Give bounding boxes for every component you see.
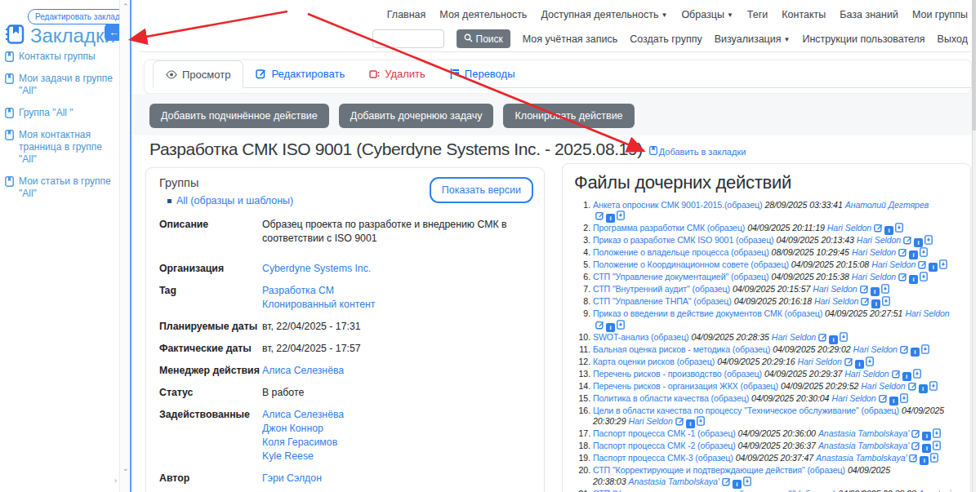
file-author-link[interactable]: Anastasia Tambolskaya' xyxy=(818,441,909,450)
group-link[interactable]: All (образцы и шаблоны) xyxy=(176,195,293,206)
field-value-link[interactable]: Cyberdyne Systems Inc. xyxy=(262,263,371,274)
file-info-icon[interactable]: i xyxy=(871,299,880,308)
tab-delete[interactable]: Удалить xyxy=(357,60,438,87)
search-input[interactable] xyxy=(372,29,444,48)
file-edit-icon[interactable] xyxy=(675,417,684,426)
file-author-link[interactable]: Hari Seldon xyxy=(813,284,857,294)
file-info-icon[interactable]: i xyxy=(733,480,742,489)
nav-link[interactable]: База знаний xyxy=(840,9,898,20)
file-download-icon[interactable] xyxy=(743,476,751,486)
nav-link[interactable]: Теги xyxy=(747,9,768,20)
file-link[interactable]: Паспорт процесса СМК -1 (образец) xyxy=(593,428,736,438)
file-author-link[interactable]: Hari Seldon xyxy=(857,235,901,245)
field-value-link[interactable]: Клонированный контент xyxy=(262,299,376,310)
file-link[interactable]: Приказ о разработке СМК ISO 9001 (образе… xyxy=(593,235,774,245)
file-author-link[interactable]: Anastasia Tambolskaya' xyxy=(816,453,906,463)
file-author-link[interactable]: Hari Seldon xyxy=(772,332,816,342)
field-value-link[interactable]: Алиса Селезнёва xyxy=(262,409,344,420)
file-info-icon[interactable]: i xyxy=(884,226,893,235)
file-info-icon[interactable]: i xyxy=(911,348,920,357)
file-download-icon[interactable] xyxy=(929,381,938,391)
action-button[interactable]: Добавить дочернюю задачу xyxy=(339,104,494,128)
nav-link[interactable]: Моя учётная запись xyxy=(523,33,617,45)
file-download-icon[interactable] xyxy=(617,320,625,330)
file-edit-icon[interactable] xyxy=(908,382,917,391)
file-author-link[interactable]: Hari Seldon xyxy=(871,259,915,269)
file-download-icon[interactable] xyxy=(895,223,903,233)
file-author-link[interactable]: Hari Seldon xyxy=(861,381,905,391)
nav-link[interactable]: Доступная деятельность▼ xyxy=(541,9,667,20)
file-link[interactable]: Положение о владельце процесса (образец) xyxy=(593,247,769,257)
file-author-link[interactable]: Hari Seldon xyxy=(905,308,949,318)
file-author-link[interactable]: Анатолий Дегтярев xyxy=(845,200,929,210)
sidebar-item[interactable]: Мои статьи в группе "All" xyxy=(5,175,118,200)
file-link[interactable]: Программа разработки СМК (образец) xyxy=(593,223,745,233)
tab-edit[interactable]: Редактировать xyxy=(243,60,357,87)
file-link[interactable]: Паспорт процесса СМК -2 (образец) xyxy=(593,441,736,450)
file-link[interactable]: Приказ о введении в действие документов … xyxy=(593,308,822,318)
file-download-icon[interactable] xyxy=(840,332,848,342)
page-scrollbar[interactable] xyxy=(972,0,976,492)
file-edit-icon[interactable] xyxy=(898,273,907,281)
file-info-icon[interactable]: i xyxy=(922,432,931,441)
file-link[interactable]: Паспорт процесса СМК-3 (образец) xyxy=(593,453,733,463)
file-edit-icon[interactable] xyxy=(818,333,827,342)
file-download-icon[interactable] xyxy=(900,393,908,403)
file-download-icon[interactable] xyxy=(913,369,921,379)
file-download-icon[interactable] xyxy=(617,211,625,220)
file-author-link[interactable]: Hari Seldon xyxy=(852,247,896,257)
file-edit-icon[interactable] xyxy=(900,345,909,354)
show-versions-button[interactable]: Показать версии xyxy=(430,177,533,203)
file-author-link[interactable]: Hari Seldon xyxy=(853,344,898,354)
file-link[interactable]: Перечень рисков - организация ЖКХ (образ… xyxy=(593,381,778,391)
file-info-icon[interactable]: i xyxy=(871,287,880,296)
file-download-icon[interactable] xyxy=(921,344,929,354)
file-link[interactable]: СТП "Внутренний аудит" (образец) xyxy=(593,284,730,294)
file-download-icon[interactable] xyxy=(866,357,874,366)
nav-link[interactable]: Контакты xyxy=(782,9,826,20)
file-link[interactable]: Цели в области качества по процессу "Тех… xyxy=(593,406,899,415)
file-link[interactable]: СТП "Управление документацией" (образец) xyxy=(593,272,768,281)
sidebar-item[interactable]: Мои задачи в группе "All" xyxy=(5,73,118,97)
file-edit-icon[interactable] xyxy=(911,429,920,438)
nav-link[interactable]: Создать группу xyxy=(630,33,702,45)
sidebar-scrollbar[interactable]: ⌃ ⌄ xyxy=(119,0,130,492)
file-link[interactable]: Бальная оценка рисков - методика (образе… xyxy=(593,344,770,354)
nav-link[interactable]: Мои группы xyxy=(912,9,968,20)
file-info-icon[interactable]: i xyxy=(686,419,695,428)
file-link[interactable]: СТП "Управление ТНПА" (образец) xyxy=(593,296,732,306)
file-download-icon[interactable] xyxy=(930,453,938,463)
file-author-link[interactable]: Hari Seldon xyxy=(814,296,858,306)
field-value-link[interactable]: Kyle Reese xyxy=(262,450,314,462)
file-download-icon[interactable] xyxy=(933,441,941,450)
file-info-icon[interactable]: i xyxy=(929,263,938,272)
file-download-icon[interactable] xyxy=(924,235,933,245)
nav-link[interactable]: Главная xyxy=(387,9,426,20)
file-edit-icon[interactable] xyxy=(911,441,920,450)
nav-link[interactable]: Выход xyxy=(938,33,968,45)
file-edit-icon[interactable] xyxy=(903,236,912,245)
file-info-icon[interactable]: i xyxy=(902,372,911,381)
file-info-icon[interactable]: i xyxy=(889,397,898,406)
file-info-icon[interactable]: i xyxy=(922,444,931,453)
field-value-link[interactable]: Алиса Селезнёва xyxy=(262,365,344,376)
field-value-link[interactable]: Коля Герасимов xyxy=(262,437,337,448)
file-edit-icon[interactable] xyxy=(860,285,869,294)
file-edit-icon[interactable] xyxy=(844,357,853,366)
file-info-icon[interactable]: i xyxy=(855,360,864,369)
file-download-icon[interactable] xyxy=(939,259,947,269)
file-author-link[interactable]: Anastasia Tambolskaya' xyxy=(628,476,719,486)
file-author-link[interactable]: Hari Seldon xyxy=(831,393,875,403)
file-edit-icon[interactable] xyxy=(892,370,901,379)
file-info-icon[interactable]: i xyxy=(914,238,923,247)
sidebar-item[interactable]: Контакты группы xyxy=(5,51,118,63)
add-to-bookmarks-link[interactable]: Добавить в закладки xyxy=(649,146,746,157)
file-link[interactable]: Политика в области качества (образец) xyxy=(593,393,749,403)
file-info-icon[interactable]: i xyxy=(909,275,918,284)
file-download-icon[interactable] xyxy=(920,247,928,257)
nav-link[interactable]: Моя деятельность xyxy=(439,9,527,20)
file-info-icon[interactable]: i xyxy=(919,384,928,393)
file-link[interactable]: Анкета опросник СМК 9001-2015.(образец) xyxy=(593,200,762,210)
file-author-link[interactable]: Hari Seldon xyxy=(844,369,889,379)
field-value-link[interactable]: Разработка СМ xyxy=(262,285,334,296)
